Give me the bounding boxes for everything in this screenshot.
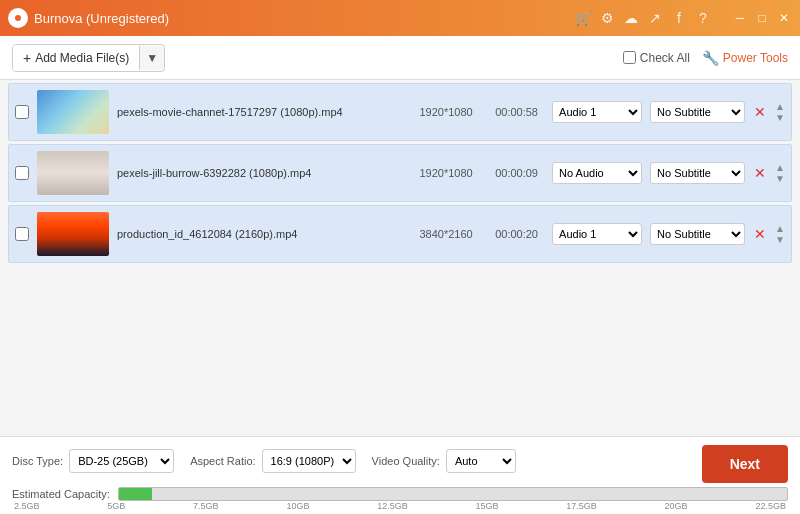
file-subtitle-select-3[interactable]: No Subtitle: [650, 223, 745, 245]
file-checkbox-3[interactable]: [15, 227, 29, 241]
toolbar-right: Check All 🔧 Power Tools: [623, 50, 788, 66]
estimated-capacity-label: Estimated Capacity:: [12, 488, 110, 500]
bottom-controls-row: Disc Type: BD-25 (25GB) BD-50 (50GB) DVD…: [12, 445, 788, 483]
power-tools-button[interactable]: 🔧 Power Tools: [702, 50, 788, 66]
facebook-icon[interactable]: f: [670, 9, 688, 27]
audio-dropdown-2[interactable]: No Audio Audio 1: [552, 162, 642, 184]
share-icon[interactable]: ↗: [646, 9, 664, 27]
file-reorder-2[interactable]: ▲ ▼: [775, 162, 785, 184]
cart-icon[interactable]: 🛒: [574, 9, 592, 27]
add-media-dropdown-arrow[interactable]: ▼: [139, 46, 164, 70]
subtitle-dropdown-3[interactable]: No Subtitle: [650, 223, 745, 245]
disc-type-group: Disc Type: BD-25 (25GB) BD-50 (50GB) DVD…: [12, 449, 174, 473]
cloud-icon[interactable]: ☁: [622, 9, 640, 27]
reorder-up-2[interactable]: ▲: [775, 162, 785, 173]
file-list-area: pexels-movie-channet-17517297 (1080p).mp…: [0, 80, 800, 436]
file-name-3: production_id_4612084 (2160p).mp4: [117, 228, 403, 240]
video-quality-label: Video Quality:: [372, 455, 440, 467]
help-icon[interactable]: ?: [694, 9, 712, 27]
bottom-bar: Disc Type: BD-25 (25GB) BD-50 (50GB) DVD…: [0, 436, 800, 514]
toolbar: + Add Media File(s) ▼ Check All 🔧 Power …: [0, 36, 800, 80]
close-button[interactable]: ✕: [776, 10, 792, 26]
file-audio-select-3[interactable]: Audio 1 No Audio: [552, 223, 642, 245]
reorder-down-3[interactable]: ▼: [775, 234, 785, 245]
reorder-up-1[interactable]: ▲: [775, 101, 785, 112]
file-duration-2: 00:00:09: [489, 167, 544, 179]
table-row: pexels-movie-channet-17517297 (1080p).mp…: [8, 83, 792, 141]
capacity-bar: [118, 487, 788, 501]
file-name-2: pexels-jill-burrow-6392282 (1080p).mp4: [117, 167, 403, 179]
file-checkbox-2[interactable]: [15, 166, 29, 180]
wrench-icon: 🔧: [702, 50, 719, 66]
video-quality-select[interactable]: Auto High Medium: [446, 449, 516, 473]
aspect-ratio-select[interactable]: 16:9 (1080P) 4:3: [262, 449, 356, 473]
file-resolution-3: 3840*2160: [411, 228, 481, 240]
bottom-controls: Disc Type: BD-25 (25GB) BD-50 (50GB) DVD…: [12, 449, 702, 473]
disc-type-select[interactable]: BD-25 (25GB) BD-50 (50GB) DVD-5 (4.7GB): [69, 449, 174, 473]
file-resolution-1: 1920*1080: [411, 106, 481, 118]
add-icon: +: [23, 50, 31, 66]
settings-icon[interactable]: ⚙: [598, 9, 616, 27]
maximize-button[interactable]: □: [754, 10, 770, 26]
svg-point-1: [15, 15, 21, 21]
minimize-button[interactable]: ─: [732, 10, 748, 26]
power-tools-label: Power Tools: [723, 51, 788, 65]
check-all-label: Check All: [640, 51, 690, 65]
file-audio-select-2[interactable]: No Audio Audio 1: [552, 162, 642, 184]
file-reorder-3[interactable]: ▲ ▼: [775, 223, 785, 245]
table-row: production_id_4612084 (2160p).mp4 3840*2…: [8, 205, 792, 263]
disc-type-label: Disc Type:: [12, 455, 63, 467]
next-button[interactable]: Next: [702, 445, 788, 483]
capacity-ticks: 2.5GB 5GB 7.5GB 10GB 12.5GB 15GB 17.5GB …: [12, 501, 788, 511]
app-title: Burnova (Unregistered): [34, 11, 574, 26]
check-all-checkbox[interactable]: [623, 51, 636, 64]
file-remove-1[interactable]: ✕: [753, 104, 767, 120]
capacity-row: Estimated Capacity:: [12, 487, 788, 501]
reorder-up-3[interactable]: ▲: [775, 223, 785, 234]
aspect-ratio-group: Aspect Ratio: 16:9 (1080P) 4:3: [190, 449, 355, 473]
file-thumbnail-1: [37, 90, 109, 134]
aspect-ratio-label: Aspect Ratio:: [190, 455, 255, 467]
file-duration-3: 00:00:20: [489, 228, 544, 240]
file-audio-select-1[interactable]: Audio 1 No Audio: [552, 101, 642, 123]
file-resolution-2: 1920*1080: [411, 167, 481, 179]
titlebar-icons: 🛒 ⚙ ☁ ↗ f ? ─ □ ✕: [574, 9, 792, 27]
reorder-down-1[interactable]: ▼: [775, 112, 785, 123]
audio-dropdown-1[interactable]: Audio 1 No Audio: [552, 101, 642, 123]
app-logo: [8, 8, 28, 28]
file-duration-1: 00:00:58: [489, 106, 544, 118]
file-thumbnail-2: [37, 151, 109, 195]
add-media-label: Add Media File(s): [35, 51, 129, 65]
file-reorder-1[interactable]: ▲ ▼: [775, 101, 785, 123]
capacity-bar-fill: [119, 488, 152, 500]
subtitle-dropdown-1[interactable]: No Subtitle: [650, 101, 745, 123]
file-remove-2[interactable]: ✕: [753, 165, 767, 181]
file-name-1: pexels-movie-channet-17517297 (1080p).mp…: [117, 106, 403, 118]
audio-dropdown-3[interactable]: Audio 1 No Audio: [552, 223, 642, 245]
add-media-button-main[interactable]: + Add Media File(s): [13, 45, 139, 71]
file-remove-3[interactable]: ✕: [753, 226, 767, 242]
table-row: pexels-jill-burrow-6392282 (1080p).mp4 1…: [8, 144, 792, 202]
subtitle-dropdown-2[interactable]: No Subtitle: [650, 162, 745, 184]
file-checkbox-1[interactable]: [15, 105, 29, 119]
file-subtitle-select-2[interactable]: No Subtitle: [650, 162, 745, 184]
video-quality-group: Video Quality: Auto High Medium: [372, 449, 516, 473]
check-all-control[interactable]: Check All: [623, 51, 690, 65]
file-subtitle-select-1[interactable]: No Subtitle: [650, 101, 745, 123]
add-media-button[interactable]: + Add Media File(s) ▼: [12, 44, 165, 72]
reorder-down-2[interactable]: ▼: [775, 173, 785, 184]
titlebar: Burnova (Unregistered) 🛒 ⚙ ☁ ↗ f ? ─ □ ✕: [0, 0, 800, 36]
file-thumbnail-3: [37, 212, 109, 256]
